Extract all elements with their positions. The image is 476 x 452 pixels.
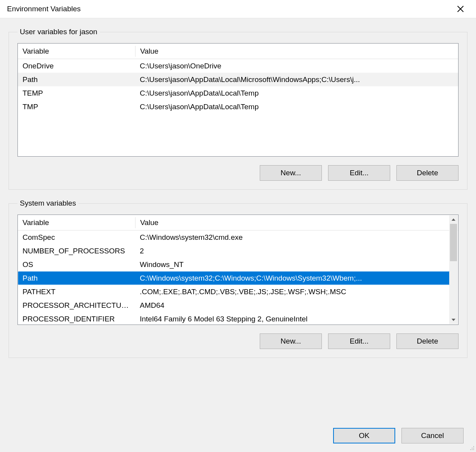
svg-point-0 [473,446,474,447]
scroll-up-icon[interactable] [449,215,458,224]
column-header-variable[interactable]: Variable [18,218,135,227]
cell-variable: Path [18,274,135,283]
cell-value: C:\Windows\system32\cmd.exe [135,233,450,242]
column-header-variable[interactable]: Variable [18,47,135,56]
svg-point-1 [472,448,473,449]
system-new-button[interactable]: New... [260,333,322,349]
cell-variable: OneDrive [18,62,135,70]
cell-variable: Path [18,75,135,84]
table-row[interactable]: PROCESSOR_IDENTIFIERIntel64 Family 6 Mod… [18,312,450,325]
titlebar: Environment Variables [0,0,476,18]
cell-variable: PROCESSOR_IDENTIFIER [18,315,135,323]
column-header-value[interactable]: Value [136,218,458,227]
svg-point-3 [470,449,471,450]
cell-value: .COM;.EXE;.BAT;.CMD;.VBS;.VBE;.JS;.JSE;.… [135,288,450,296]
user-variables-group: User variables for jason Variable Value … [9,28,467,190]
column-header-value[interactable]: Value [136,47,458,56]
user-delete-button[interactable]: Delete [396,165,459,181]
dialog-button-row: OK Cancel [9,428,467,447]
system-delete-button[interactable]: Delete [396,333,459,349]
table-row[interactable]: PATHEXT.COM;.EXE;.BAT;.CMD;.VBS;.VBE;.JS… [18,285,450,298]
list-header: Variable Value [18,215,458,230]
cell-variable: PROCESSOR_ARCHITECTURE [18,301,135,310]
environment-variables-dialog: Environment Variables User variables for… [0,0,476,452]
close-button[interactable] [451,1,470,17]
table-row[interactable]: PathC:\Windows\system32;C:\Windows;C:\Wi… [18,271,450,285]
cell-value: C:\Users\jason\AppData\Local\Temp [135,103,458,111]
cell-value: Intel64 Family 6 Model 63 Stepping 2, Ge… [135,315,450,323]
resize-grip-icon[interactable] [468,444,474,450]
cell-variable: TMP [18,103,135,111]
cancel-button[interactable]: Cancel [401,428,464,443]
cell-variable: PATHEXT [18,288,135,296]
cell-value: C:\Windows\system32;C:\Windows;C:\Window… [135,274,450,283]
table-row[interactable]: PROCESSOR_ARCHITECTUREAMD64 [18,298,450,312]
table-row[interactable]: ComSpecC:\Windows\system32\cmd.exe [18,230,450,244]
scrollbar-thumb[interactable] [450,224,457,261]
system-button-row: New... Edit... Delete [17,333,459,349]
user-variables-list[interactable]: Variable Value OneDriveC:\Users\jason\On… [17,43,459,157]
svg-point-4 [472,449,473,450]
cell-variable: ComSpec [18,233,135,242]
client-area: User variables for jason Variable Value … [0,18,476,452]
system-variables-group: System variables Variable Value ComSpecC… [9,199,467,358]
system-variables-legend: System variables [17,199,78,208]
user-button-row: New... Edit... Delete [17,165,459,181]
table-row[interactable]: TMPC:\Users\jason\AppData\Local\Temp [18,100,458,113]
table-row[interactable]: OneDriveC:\Users\jason\OneDrive [18,59,458,73]
cell-value: 2 [135,247,450,255]
cell-variable: OS [18,260,135,269]
table-row[interactable]: TEMPC:\Users\jason\AppData\Local\Temp [18,86,458,100]
scrollbar-track[interactable] [449,224,458,316]
table-row[interactable]: PathC:\Users\jason\AppData\Local\Microso… [18,73,458,86]
ok-button[interactable]: OK [333,428,395,443]
cell-value: Windows_NT [135,260,450,269]
user-new-button[interactable]: New... [260,165,322,181]
svg-point-5 [473,449,474,450]
table-row[interactable]: OSWindows_NT [18,258,450,271]
cell-value: AMD64 [135,301,450,310]
scroll-down-icon[interactable] [449,316,458,324]
cell-value: C:\Users\jason\AppData\Local\Microsoft\W… [135,75,458,84]
scrollbar[interactable] [449,215,458,324]
cell-value: C:\Users\jason\AppData\Local\Temp [135,89,458,98]
cell-value: C:\Users\jason\OneDrive [135,62,458,70]
svg-point-2 [473,448,474,449]
cell-variable: NUMBER_OF_PROCESSORS [18,247,135,255]
list-header: Variable Value [18,44,458,59]
cell-variable: TEMP [18,89,135,98]
table-row[interactable]: NUMBER_OF_PROCESSORS2 [18,244,450,258]
window-title: Environment Variables [7,5,451,13]
user-edit-button[interactable]: Edit... [328,165,390,181]
user-variables-legend: User variables for jason [17,28,100,36]
system-variables-list[interactable]: Variable Value ComSpecC:\Windows\system3… [17,215,459,325]
system-edit-button[interactable]: Edit... [328,333,390,349]
close-icon [457,5,464,12]
